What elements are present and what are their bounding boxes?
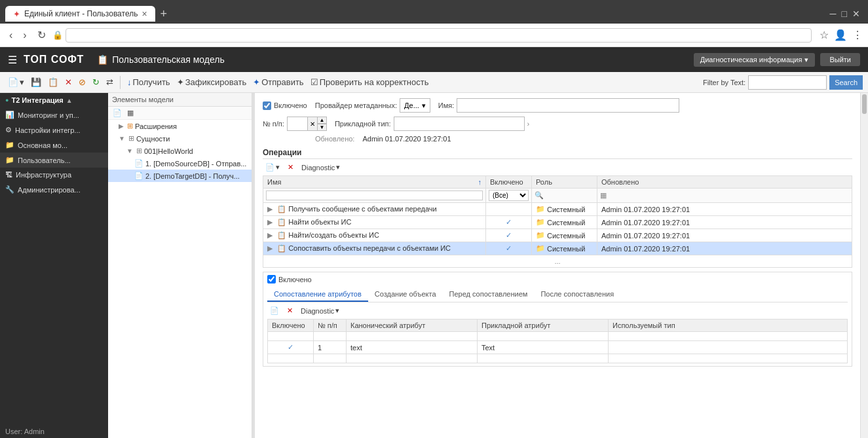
tab-close-btn[interactable]: × [142,9,147,19]
entities-expand-icon: ▼ [119,135,125,142]
minimize-btn[interactable]: ─ [830,9,837,19]
sidebar-item-admin[interactable]: 🔧 Администрирова... [0,182,108,197]
tab-create-object[interactable]: Создание объекта [368,287,443,302]
num-down-btn[interactable]: ▼ [318,124,327,131]
sidebar-item-main[interactable]: 📁 Основная мо... [0,137,108,153]
sort-icon[interactable]: ↑ [478,178,482,186]
copy-btn[interactable]: 📋 [45,76,61,88]
new-tab-btn[interactable]: + [160,7,168,21]
ops-new-icon: 📄 [265,163,274,172]
forward-btn[interactable]: › [19,28,30,43]
diagnostic-dropdown-btn[interactable]: Диагностическая информация ▾ [694,53,816,67]
detail-tabs: Сопоставление атрибутов Создание объекта… [267,287,848,302]
row2-included: ✓ [486,216,532,229]
row4-updated: Admin 01.07.2020 19:27:01 [597,242,852,255]
num-clear-btn[interactable]: ✕ [308,117,318,131]
tab-before-mapping[interactable]: Перед сопоставлением [443,287,535,302]
name-input[interactable] [457,98,679,113]
account-icon[interactable]: 👤 [834,29,847,41]
filter-name-cell [263,189,486,203]
table-row[interactable]: ▶ 📋 Получить сообщение с объектами перед… [263,203,852,216]
attr-col-type: Используемый тип [609,319,848,332]
ops-new-btn[interactable]: 📄 ▾ [263,162,282,173]
tree-node-entities[interactable]: ▼ ⊞ Сущности [108,132,252,145]
sidebar-section-t2[interactable]: ● Т2 Интеграция ▲ [0,93,108,107]
provider-dropdown[interactable]: Де... ▾ [400,98,430,113]
row3-name: ▶ 📋 Найти/создать объекты ИС [263,229,486,242]
fix-label: Зафиксировать [185,77,247,87]
maximize-btn[interactable]: □ [842,9,847,19]
num-field: № п/п: 2 ✕ ▲ ▼ [263,117,327,131]
get-btn[interactable]: ↓ Получить [124,76,173,88]
filter-included-select[interactable]: (Все) [489,190,529,201]
sidebar-item-monitoring[interactable]: 📊 Мониторинг и уп... [0,107,108,122]
tab-after-mapping[interactable]: После сопоставления [534,287,620,302]
detail-included-checkbox[interactable] [267,275,276,283]
provider-dropdown-icon: ▾ [422,101,426,110]
delete-icon: ✕ [65,77,72,87]
ops-toolbar: 📄 ▾ ✕ Diagnostic ▾ [263,162,852,173]
ops-diagnostic-btn[interactable]: Diagnostic ▾ [299,162,343,173]
reload-btn[interactable]: ↻ [33,27,50,43]
browser-tab[interactable]: ✦ Единый клиент - Пользователь × [5,6,155,22]
exit-btn[interactable]: Выйти [820,53,860,66]
sidebar-item-settings[interactable]: ⚙ Настройки интегр... [0,122,108,137]
more-indicator: ... [263,255,852,268]
refresh-btn[interactable]: ↻ [90,76,102,88]
num-input[interactable]: 2 [287,117,308,131]
send-btn[interactable]: ✦ Отправить [250,76,306,88]
attr-data-row[interactable]: ✓ 1 text Text [268,341,848,354]
close-window-btn[interactable]: ✕ [852,9,860,19]
included-checkbox[interactable] [263,101,271,110]
filter-name-input[interactable] [266,191,483,200]
admin-icon: 🔧 [5,185,14,194]
fix-btn[interactable]: ✦ Зафиксировать [174,76,250,88]
address-bar[interactable]: localhost:1111 [66,28,812,43]
provider-label: Провайдер метаданных: [315,101,397,109]
tree-filter-btn[interactable]: ▦ [125,108,136,118]
attr-table: Включено № п/п Канонический атрибут Прик… [267,319,848,363]
save-icon: 💾 [31,77,41,87]
tree-node-target[interactable]: 📄 2. [DemoTargetDB] - Получ... [108,170,252,182]
new-btn[interactable]: 📄 ▾ [5,76,27,88]
table-row[interactable]: ▶ 📋 Найти/создать объекты ИС ✓ 📁 Системн… [263,229,852,242]
validate-btn[interactable]: ☑ Проверить на корректность [308,76,432,88]
menu-icon[interactable]: ⋮ [852,29,863,41]
row3-updated: Admin 01.07.2020 19:27:01 [597,229,852,242]
ops-diag-arrow: ▾ [336,163,340,172]
sync-btn[interactable]: ⇄ [104,76,116,88]
page-title-icon: 📋 [97,54,108,65]
detail-new-btn[interactable]: 📄 [267,305,282,316]
scroll-thumb[interactable] [862,94,867,114]
cancel-btn[interactable]: ⊘ [76,76,88,88]
delete-btn[interactable]: ✕ [62,76,75,88]
search-btn[interactable]: Search [829,75,863,90]
row3-included: ✓ [486,229,532,242]
filter-input[interactable] [748,75,827,90]
detail-delete-btn[interactable]: ✕ [284,305,295,316]
hamburger-menu[interactable]: ☰ [8,54,17,66]
sidebar-item-user[interactable]: 📁 Пользователь... [0,153,108,168]
sidebar-item-infra[interactable]: 🏗 Инфраструктура [0,168,108,182]
save-btn[interactable]: 💾 [28,76,44,88]
main-model-icon: 📁 [5,141,14,149]
table-row[interactable]: ▶ 📋 Найти объекты ИС ✓ 📁 Системный [263,216,852,229]
table-row[interactable]: ▶ 📋 Сопоставить объекты передачи с объек… [263,242,852,255]
detail-diagnostic-btn[interactable]: Diagnostic ▾ [298,305,342,316]
star-icon[interactable]: ☆ [820,29,829,41]
target-icon: 📄 [134,172,143,180]
tab-attr-mapping[interactable]: Сопоставление атрибутов [267,287,368,302]
validate-icon: ☑ [311,77,318,87]
hw-label: 001|HelloWorld [144,147,193,155]
tree-node-source[interactable]: 📄 1. [DemoSourceDB] - Отправ... [108,157,252,170]
tree-new-btn[interactable]: 📄 [111,108,124,118]
sidebar-user-label: Пользователь... [18,156,71,164]
back-btn[interactable]: ‹ [5,28,16,43]
tree-node-helloworld[interactable]: ▼ ⊞ 001|HelloWorld [108,145,252,157]
app-type-input[interactable]: HelloWorld [394,117,525,131]
role-icon-1: 📁 [536,205,545,213]
tree-node-extensions[interactable]: ▶ ⊞ Расширения [108,120,252,132]
num-up-btn[interactable]: ▲ [318,117,327,124]
right-scrollbar[interactable] [860,93,868,438]
ops-delete-btn[interactable]: ✕ [285,162,296,173]
